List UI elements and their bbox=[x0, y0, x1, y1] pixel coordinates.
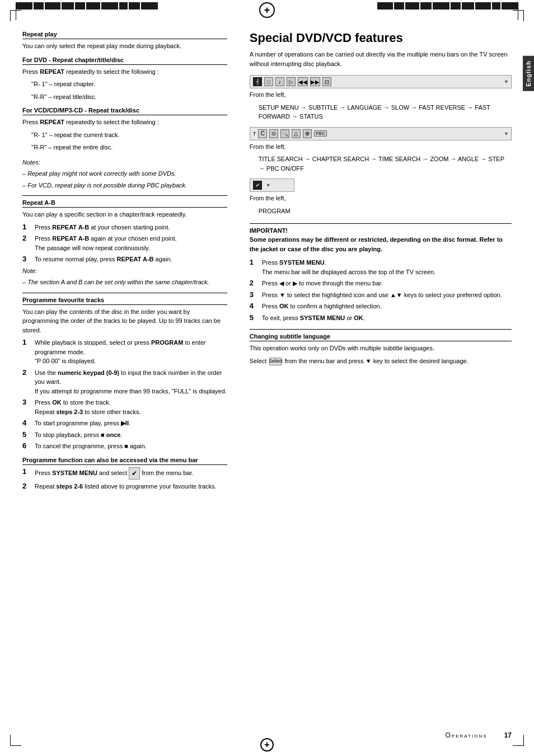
step-number: 3 bbox=[22, 255, 30, 264]
bar-seg bbox=[502, 2, 518, 10]
menu-bar2-from-left: From the left, bbox=[250, 142, 512, 152]
step-number: 1 bbox=[22, 467, 30, 480]
prog-menu-bar-section: Programme function can also be accessed … bbox=[22, 457, 227, 491]
step-content: Press REPEAT A-B at your chosen starting… bbox=[35, 223, 227, 232]
subtitle-body2: Select Select from the menu bar and pres… bbox=[250, 356, 512, 366]
bar-seg bbox=[86, 2, 100, 10]
footer-ops-label: Operations bbox=[446, 731, 488, 739]
bar-seg bbox=[45, 2, 60, 10]
corner-br bbox=[513, 735, 524, 746]
vert-line-left bbox=[16, 2, 16, 20]
repeat-ab-step-3: 3 To resume normal play, press REPEAT A-… bbox=[22, 255, 227, 264]
notes-heading: Notes: bbox=[22, 158, 227, 167]
bar-seg bbox=[475, 2, 491, 10]
repeat-play-section: Repeat play You can only select the repe… bbox=[22, 31, 227, 51]
step-number: 2 bbox=[250, 279, 257, 288]
divider-important bbox=[250, 223, 512, 224]
repeat-play-body: You can only select the repeat play mode… bbox=[22, 41, 227, 51]
top-decoration-bars: + bbox=[0, 0, 534, 24]
bar-seg bbox=[16, 2, 32, 10]
repeat-ab-note: – The section A and B can be set only wi… bbox=[22, 278, 227, 287]
bar-seg bbox=[405, 2, 419, 10]
vcd-repeat-item-1: "R- 1" – repeat the current track. bbox=[31, 130, 227, 140]
step-number: 1 bbox=[22, 338, 30, 366]
down-arrow-2: ▼ bbox=[504, 131, 509, 137]
step-number: 2 bbox=[22, 482, 30, 491]
menu-bar3-sequence: PROGRAM bbox=[259, 206, 512, 216]
bar-seg bbox=[377, 2, 393, 10]
step-content: Press OK to confirm a highlighted select… bbox=[262, 302, 512, 311]
footer-separator bbox=[494, 732, 498, 739]
step-content: To cancel the programme, press ■ again. bbox=[35, 442, 227, 451]
important-section: IMPORTANT! Some operations may be differ… bbox=[250, 223, 512, 253]
step-content: To start programme play, press ▶II. bbox=[35, 419, 227, 428]
subtitle-select-icon: Select bbox=[269, 358, 282, 365]
prog-menu-bar-heading: Programme function can also be accessed … bbox=[22, 457, 227, 465]
repeat-play-heading: Repeat play bbox=[22, 31, 227, 39]
rewind-icon: ◀◀ bbox=[298, 77, 308, 86]
prog-mb-step-1: 1 Press SYSTEM MENU and select ✔ from th… bbox=[22, 467, 227, 480]
page-number: 17 bbox=[504, 731, 512, 739]
bar-seg bbox=[101, 2, 118, 10]
main-content: Repeat play You can only select the repe… bbox=[22, 31, 512, 725]
step-content: Press OK to store the track. Repeat step… bbox=[35, 398, 227, 416]
bar-seg bbox=[433, 2, 449, 10]
menu-bar1-sequence: SETUP MENU → SUBTITLE → LANGUAGE → SLOW … bbox=[259, 103, 512, 121]
step-content: To resume normal play, press REPEAT A-B … bbox=[35, 255, 227, 264]
reg-mark-top: + bbox=[259, 2, 275, 18]
ff-icon: ▶▶ bbox=[310, 77, 320, 86]
step-number: 6 bbox=[22, 442, 30, 451]
note-1: – Repeat play might not work correctly w… bbox=[22, 169, 227, 179]
left-column: Repeat play You can only select the repe… bbox=[22, 31, 233, 725]
menu-bar3-from-left: From the left, bbox=[250, 194, 512, 203]
menu-bar-1: 𝄞 □ ♪ ▷ ◀◀ ▶▶ ⊡ ▼ bbox=[250, 75, 512, 88]
language-icon: ♪ bbox=[275, 77, 284, 86]
repeat-ab-heading: Repeat A-B bbox=[22, 199, 227, 208]
status-icon: ⊡ bbox=[322, 77, 331, 86]
programme-fav-section: Programme favourite tracks You can play … bbox=[22, 293, 227, 491]
vcd-repeat-heading: For VCD/CD/MP3-CD - Repeat track/disc bbox=[22, 107, 227, 115]
dvd-step-3: 3 Press ▼ to select the highlighted icon… bbox=[250, 290, 512, 300]
dvd-repeat-item-1: "R- 1" – repeat chapter. bbox=[31, 79, 227, 89]
menu-bar1-from-left: From the left, bbox=[250, 90, 512, 100]
step-number: 3 bbox=[22, 398, 30, 416]
bar-seg bbox=[462, 2, 474, 10]
prog-step-4: 4 To start programme play, press ▶II. bbox=[22, 419, 227, 428]
repeat-ab-body: You can play a specific section in a cha… bbox=[22, 210, 227, 219]
chapter-icon: C bbox=[258, 129, 267, 138]
programme-fav-heading: Programme favourite tracks bbox=[22, 297, 227, 305]
step-number: 1 bbox=[22, 223, 30, 232]
step-content: Repeat steps 2-6 listed above to program… bbox=[35, 482, 227, 491]
menu-bar-2: T C ⊙ 🔍 △ ⊕ PBC ▼ bbox=[250, 127, 512, 140]
english-tab: English bbox=[523, 56, 534, 91]
step-number: 3 bbox=[250, 290, 257, 300]
step-content: Press SYSTEM MENU. The menu bar will be … bbox=[262, 258, 512, 276]
vert-line-right bbox=[518, 2, 518, 20]
corner-bl bbox=[10, 735, 21, 746]
bar-seg bbox=[75, 2, 85, 10]
bar-seg bbox=[420, 2, 432, 10]
subtitle-icon: □ bbox=[264, 77, 273, 86]
vcd-repeat-items: "R- 1" – repeat the current track. "R-R"… bbox=[31, 130, 227, 152]
step-number: 2 bbox=[22, 234, 30, 252]
bar-seg bbox=[492, 2, 500, 10]
repeat-ab-step-1: 1 Press REPEAT A-B at your chosen starti… bbox=[22, 223, 227, 232]
t-label: T bbox=[253, 131, 256, 137]
vcd-repeat-item-2: "R-R" – repeat the entire disc. bbox=[31, 143, 227, 152]
prog-mb-step-2: 2 Repeat steps 2-6 listed above to progr… bbox=[22, 482, 227, 491]
step-content: While playback is stopped, select or pre… bbox=[35, 338, 227, 366]
play-icon: ▷ bbox=[287, 77, 296, 86]
page-footer: Operations 17 bbox=[446, 731, 512, 739]
dvd-step-1: 1 Press SYSTEM MENU. The menu bar will b… bbox=[250, 258, 512, 276]
right-intro: A number of operations can be carried ou… bbox=[250, 50, 512, 68]
step-content: Press ▼ to select the highlighted icon a… bbox=[262, 290, 512, 300]
vcd-repeat-section: For VCD/CD/MP3-CD - Repeat track/disc Pr… bbox=[22, 107, 227, 152]
menu-bar2-sequence: TITLE SEARCH → CHAPTER SEARCH → TIME SEA… bbox=[259, 154, 512, 173]
setup-menu-icon: 𝄞 bbox=[253, 77, 262, 86]
step-content: Press REPEAT A-B again at your chosen en… bbox=[35, 234, 227, 252]
dvd-step-5: 5 To exit, press SYSTEM MENU or OK. bbox=[250, 313, 512, 323]
step-content: Press ◀ or ▶ to move through the menu ba… bbox=[262, 279, 512, 288]
step-number: 5 bbox=[22, 430, 30, 440]
dvd-repeat-section: For DVD - Repeat chapter/title/disc Pres… bbox=[22, 57, 227, 102]
dvd-repeat-intro: Press REPEAT repeatedly to select the fo… bbox=[22, 67, 227, 77]
